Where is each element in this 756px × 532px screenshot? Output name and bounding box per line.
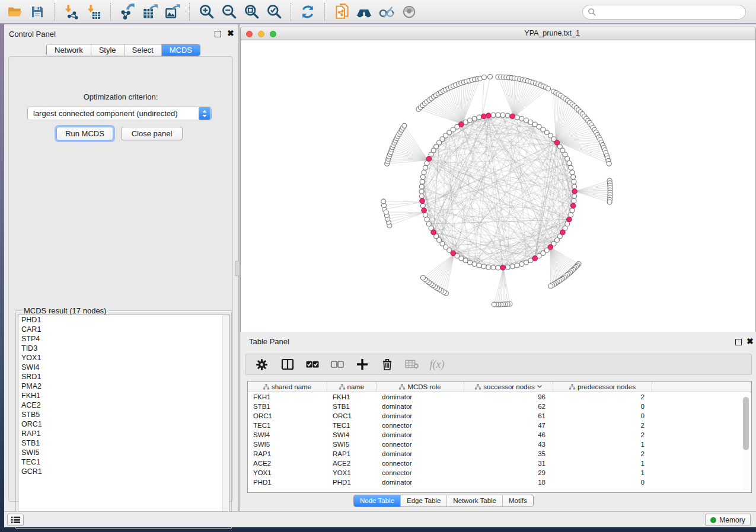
table-cell[interactable]: TEC1 [248,421,327,430]
mcds-node[interactable] [510,114,515,119]
leaf-node[interactable] [381,199,386,204]
table-cell[interactable]: 46 [464,430,553,440]
network-node[interactable] [565,156,570,161]
refresh-button[interactable] [296,2,319,22]
window-close-icon[interactable] [246,31,253,37]
mcds-result-item[interactable]: PHD1 [18,315,229,325]
network-node[interactable] [468,118,473,123]
mcds-node[interactable] [420,198,425,204]
mcds-node[interactable] [486,113,492,118]
run-mcds-button[interactable]: Run MCDS [56,127,113,140]
table-row[interactable]: PHD1PHD1dominator180 [248,477,751,487]
table-row[interactable]: ORC1ORC1dominator610 [248,411,751,421]
mcds-node[interactable] [459,122,464,127]
table-row[interactable]: ACE2ACE2connector311 [248,459,751,468]
table-cell[interactable]: 0 [553,402,652,411]
network-node[interactable] [420,175,425,180]
table-cell[interactable]: connector [377,440,464,449]
search-field[interactable] [582,5,746,20]
table-cell[interactable]: RAP1 [327,449,377,459]
network-node[interactable] [419,184,424,189]
search-input[interactable] [596,7,745,18]
column-header-predecessor-nodes[interactable]: predecessor nodes [553,382,652,392]
mcds-node[interactable] [431,230,436,235]
table-cell[interactable]: 31 [464,459,553,468]
table-row[interactable]: TEC1TEC1connector472 [248,421,751,430]
network-node[interactable] [569,213,573,217]
leaf-node[interactable] [487,74,492,79]
table-cell[interactable]: ACE2 [327,459,377,468]
network-node[interactable] [468,260,473,265]
leaf-node[interactable] [548,284,553,289]
column-header-shared-name[interactable]: shared name [248,382,327,392]
table-cell[interactable]: ORC1 [327,411,377,421]
network-node[interactable] [472,116,477,121]
table-panel-close-button[interactable]: ✖ [747,338,754,345]
table-cell[interactable]: 61 [464,411,553,421]
table-row[interactable]: STB1STB1dominator620 [248,402,751,411]
network-file-button[interactable] [330,2,353,22]
tab-network-table[interactable]: Network Table [447,495,503,507]
export-image-button[interactable] [161,2,184,22]
close-panel-button[interactable]: Close panel [121,127,183,140]
zoom-fit-button[interactable] [240,2,263,22]
network-node[interactable] [515,115,519,120]
table-scrollbar-thumb[interactable] [743,397,749,450]
control-panel-close-button[interactable]: ✖ [227,30,234,37]
table-cell[interactable]: dominator [377,449,464,459]
network-node[interactable] [505,113,510,118]
export-network-button[interactable] [116,2,139,22]
table-cell[interactable]: SWI4 [248,430,327,440]
table-cell[interactable]: dominator [377,430,464,440]
tab-mcds[interactable]: MCDS [162,44,200,56]
mcds-node[interactable] [481,114,487,119]
mcds-result-item[interactable]: SWI5 [18,448,229,457]
mcds-result-item[interactable]: GCR1 [18,467,229,476]
table-cell[interactable]: 1 [553,459,652,468]
import-network-button[interactable] [60,2,82,22]
tab-style[interactable]: Style [91,44,125,56]
network-node[interactable] [419,189,424,194]
leaf-node[interactable] [384,210,388,214]
control-panel-float-button[interactable] [215,31,221,37]
mcds-result-item[interactable]: TEC1 [18,457,229,467]
mcds-result-item[interactable]: TID3 [18,344,229,353]
select-all-button[interactable] [304,355,321,373]
network-window-titlebar[interactable]: YPA_prune.txt_1 [241,27,755,40]
table-cell[interactable]: 2 [553,430,652,440]
mcds-node[interactable] [570,203,576,209]
network-node[interactable] [572,198,576,203]
table-cell[interactable]: FKH1 [248,392,327,402]
table-cell[interactable]: connector [377,421,464,430]
export-table-button[interactable] [139,2,161,22]
table-cell[interactable]: 1 [553,468,652,477]
network-node[interactable] [491,113,496,117]
mcds-result-item[interactable]: SWI4 [18,363,229,372]
table-cell[interactable]: connector [377,459,464,468]
table-cell[interactable]: 62 [464,402,553,411]
network-node[interactable] [505,265,510,270]
network-node[interactable] [423,165,428,170]
table-panel-float-button[interactable] [735,339,742,345]
add-column-button[interactable] [353,355,371,373]
table-cell[interactable]: 2 [553,421,652,430]
table-row[interactable]: FKH1FKH1dominator962 [248,392,751,402]
table-cell[interactable]: FKH1 [327,392,377,402]
table-cell[interactable]: YOX1 [327,468,377,477]
mcds-node[interactable] [548,245,553,250]
network-node[interactable] [500,113,505,117]
mcds-result-item[interactable]: PMA2 [18,382,229,391]
column-header-MCDS-role[interactable]: MCDS role [377,382,464,392]
zoom-out-button[interactable] [218,2,240,22]
mcds-node[interactable] [500,265,506,270]
table-cell[interactable]: 0 [553,411,652,421]
task-history-button[interactable] [7,514,24,526]
mcds-result-item[interactable]: FKH1 [18,391,229,400]
network-node[interactable] [572,184,577,189]
network-node[interactable] [420,203,425,208]
criterion-select[interactable]: largest connected component (undirected) [27,107,212,120]
show-graphics-button[interactable] [398,2,420,22]
leaf-node[interactable] [481,75,486,79]
table-cell[interactable]: 35 [464,449,553,459]
mcds-result-item[interactable]: STB5 [18,410,229,419]
